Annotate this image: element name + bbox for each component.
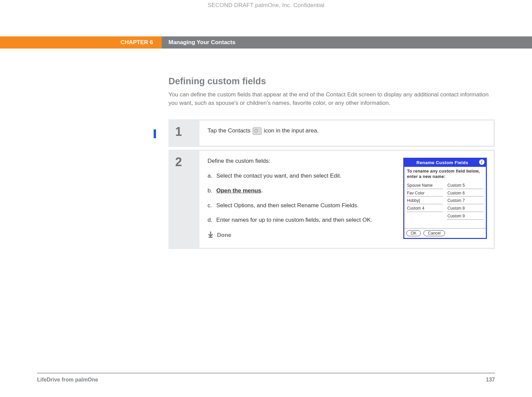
substep-text: Open the menus. [216,187,395,195]
substep-letter: c. [208,202,216,210]
substep-letter: b. [208,187,216,195]
substep-letter: d. [208,216,216,224]
custom-field-input[interactable]: Spouse Name [407,182,443,189]
custom-field-input[interactable]: Custom 5 [447,182,483,189]
step-1: 1 Tap the Contacts icon in the input are… [168,119,495,147]
page-number: 137 [486,377,495,383]
custom-field-input[interactable]: Custom 7 [447,197,483,204]
side-indicator [154,129,156,138]
step2-intro: Define the custom fields: [208,157,395,165]
done-row: Done [208,231,395,240]
palm-right-col: Custom 5 Custom 6 Custom 7 Custom 8 Cust… [447,182,483,221]
custom-field-input[interactable]: Custom 9 [447,213,483,220]
chapter-bar: CHAPTER 6 Managing Your Contacts [0,36,532,49]
substep-c: c. Select Options, and then select Renam… [208,202,395,210]
palm-dialog-title: Rename Custom Fields i [404,159,486,167]
substep-b: b. Open the menus. [208,187,395,195]
step-number: 1 [175,125,199,139]
steps-wrapper: 1 Tap the Contacts icon in the input are… [168,119,495,249]
substep-letter: a. [208,172,216,180]
palm-title-text: Rename Custom Fields [416,160,468,165]
custom-field-input[interactable]: Custom 4 [407,205,443,212]
palm-left-col: Spouse Name Fav Color Hobby Custom 4 [407,182,443,221]
done-arrow-icon [208,231,214,240]
step-num-col: 1 [168,119,199,147]
step-num-col: 2 [168,150,199,249]
draft-header: SECOND DRAFT palmOne, Inc. Confidential [0,0,532,9]
substep-text: Select Options, and then select Rename C… [216,202,395,210]
custom-field-input[interactable]: Custom 6 [447,190,483,197]
done-label: Done [217,231,231,239]
contacts-icon [253,127,261,135]
info-icon[interactable]: i [479,159,484,165]
product-name: LifeDrive from palmOne [37,377,98,383]
custom-field-input[interactable]: Hobby [407,197,443,204]
palm-fields: Spouse Name Fav Color Hobby Custom 4 Cus… [404,182,486,228]
section-heading: Defining custom fields [168,76,495,87]
step-body: Define the custom fields: a. Select the … [199,150,495,249]
step-number: 2 [175,155,199,169]
section-intro: You can define the custom fields that ap… [168,91,495,107]
step-2: 2 Define the custom fields: a. Select th… [168,150,495,249]
substep-d: d. Enter names for up to nine custom fie… [208,216,395,224]
custom-field-input[interactable]: Fav Color [407,190,443,197]
substep-text: Select the contact you want, and then se… [216,172,395,180]
step-body: Tap the Contacts icon in the input area. [199,119,495,147]
step2-text: Define the custom fields: a. Select the … [208,157,395,240]
palm-instruction: To rename any custom field below, enter … [404,167,486,182]
palm-rename-dialog: Rename Custom Fields i To rename any cus… [403,158,487,239]
substep-a: a. Select the contact you want, and then… [208,172,395,180]
page-footer: LifeDrive from palmOne 137 [37,373,495,383]
palm-button-row: OK Cancel [404,228,486,238]
open-menus-link[interactable]: Open the menus [216,187,261,194]
substep-text: Enter names for up to nine custom fields… [216,216,395,224]
chapter-label: CHAPTER 6 [0,36,162,49]
custom-field-input[interactable]: Custom 8 [447,205,483,212]
content-area: Defining custom fields You can define th… [168,76,495,249]
substep-b-after: . [261,187,263,194]
step1-text-after: icon in the input area. [264,127,319,134]
step1-text-before: Tap the Contacts [208,127,252,134]
cancel-button[interactable]: Cancel [424,230,445,236]
chapter-title: Managing Your Contacts [162,36,532,49]
ok-button[interactable]: OK [406,230,421,236]
